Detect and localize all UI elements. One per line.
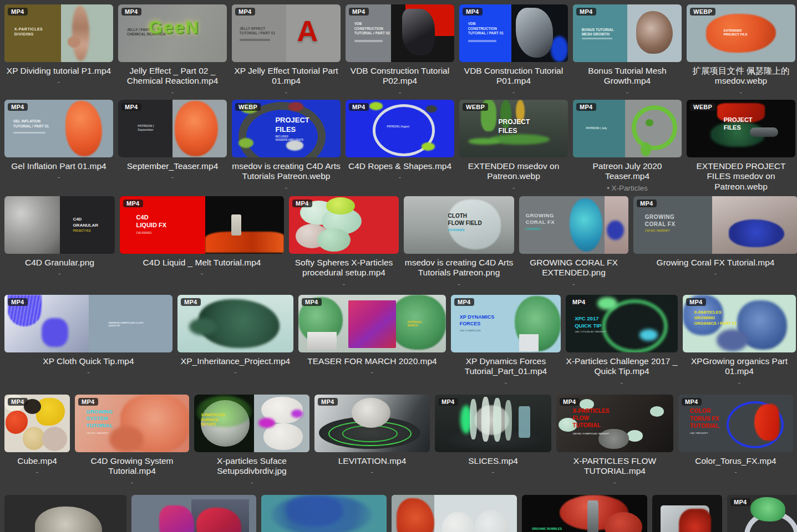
file-name[interactable]: Gel Inflation Part 01.mp4 <box>4 161 113 171</box>
thumb-shape <box>6 411 28 434</box>
file-type-badge: MP4 <box>438 398 458 406</box>
thumbnail[interactable]: EXTENDED <box>131 495 256 532</box>
media-card: X-PARTICLES FLOW TUTORIALC4D R21 / X-PAR… <box>556 395 673 487</box>
thumbnail[interactable]: PATREON | XPARTICLES CLOTH QUICK TIPMP4 <box>4 295 172 352</box>
thumb-text: PATREON | XPARTICLES CLOTH QUICK TIP <box>109 321 143 327</box>
file-name[interactable]: msedov is creating C4D Arts Tutorials Pa… <box>404 258 514 278</box>
file-name[interactable]: XPGrowing organics Part 01.mp4 <box>683 356 796 377</box>
file-name[interactable]: EXTENDED msedov on Patreon.webp <box>459 161 568 182</box>
file-type-badge: WEBP <box>690 103 715 111</box>
file-name[interactable]: X-PARTICLES FLOW TUTORIAL.mp4 <box>556 456 673 477</box>
file-name[interactable]: XP Cloth Quick Tip.mp4 <box>4 356 172 366</box>
thumbnail[interactable]: MP4 <box>314 395 430 452</box>
thumbnail[interactable]: PATREON | AugustMP4 <box>346 100 454 157</box>
thumbnail[interactable]: CLOTH FLOW FIELDEXTENDED <box>404 196 514 254</box>
thumbnail[interactable]: GROWING SYSTEM TUTORIALC4D R21 / REDSHIF… <box>75 395 189 452</box>
file-name[interactable]: EXTENDED PROJECT FILES msedov on Patreon… <box>687 161 795 192</box>
file-type-badge: MP4 <box>637 200 657 207</box>
file-name[interactable]: September_Teaser.mp4 <box>118 161 227 171</box>
file-name[interactable]: msedov is creating C4D Arts Tutorials Pa… <box>232 161 341 182</box>
thumb-shape <box>422 142 435 151</box>
thumbnail[interactable]: GROWING CORAL FXEXTENDED <box>519 196 628 254</box>
media-card <box>4 495 126 532</box>
file-name[interactable]: GROWING CORAL FX EXTENDED.png <box>519 258 628 278</box>
thumbnail[interactable]: BONUS TUTORIAL MESH GROWTHMP4 <box>573 4 682 62</box>
thumbnail[interactable]: VDB CONSTRUCTION TUTORIAL / PART 01MP4 <box>459 4 568 62</box>
thumbnail[interactable]: COLOR TORUS FX TUTORIALC4D / REDSHIFTMP4 <box>678 395 793 452</box>
file-name[interactable]: Bonus Tutorial Mesh Growth.mp4 <box>573 66 682 86</box>
thumbnail[interactable]: X-PARTICLES FLOW TUTORIALC4D R21 / X-PAR… <box>556 395 673 452</box>
thumbnail[interactable]: ORGANIC BUBBLESEXTENDED SETUP <box>522 495 647 532</box>
media-card: MP4Softy Spheres X-Particles procedural … <box>289 196 399 288</box>
thumbnail[interactable]: PATREON | SeptemberMP4 <box>118 100 227 157</box>
file-name[interactable]: VDB Construction Tutorial P02.mp4 <box>346 66 454 86</box>
file-type-badge: MP4 <box>349 103 369 111</box>
file-name[interactable]: XP Dividing tutorial P1.mp4 <box>4 66 113 76</box>
file-name[interactable]: XP_Inheritance_Project.mp4 <box>177 356 293 366</box>
thumbnail[interactable]: PROJECT FILESINCLUDED SHADERS AND LIGHTS… <box>232 100 341 157</box>
file-name[interactable]: Cube.mp4 <box>4 456 70 466</box>
thumb-shape <box>641 142 652 156</box>
thumb-ring <box>632 105 678 150</box>
file-name[interactable]: XP Jelly Effect Tutorial Part 01.mp4 <box>232 66 341 86</box>
file-name[interactable]: C4D Ropes & Shapes.mp4 <box>346 161 454 171</box>
thumbnail[interactable]: X-PARTICLES GROWING ORGANICS / PART 01MP… <box>683 295 796 352</box>
thumbnail[interactable]: PROJECT FILESWEBP <box>459 100 568 157</box>
file-name[interactable]: TEASER FOR MARCH 2020.mp4 <box>298 356 446 366</box>
thumbnail[interactable]: X-PARTICLES DIVIDINGMP4 <box>4 4 113 62</box>
thumbnail[interactable]: MP4 <box>289 196 399 254</box>
file-name[interactable]: SLICES.mp4 <box>435 456 551 466</box>
file-name[interactable]: Patreon July 2020 Teaser.mp4 <box>573 161 682 182</box>
thumbnail[interactable]: X-PARTICLES SURFACE SETUPS <box>194 395 309 452</box>
thumbnail[interactable]: XPC 2017 QUICK TIPC4D / CYCLES 4D / REDS… <box>566 295 678 352</box>
file-type-badge: MP4 <box>454 298 474 306</box>
thumbnail[interactable]: EXTENDED PROJECT FILEWEBP <box>687 4 795 62</box>
thumbnail[interactable]: GROWING CORAL FXC4D R21 / REDSHIFTMP4 <box>633 196 797 254</box>
thumbnail[interactable]: MP4 <box>727 495 797 532</box>
file-name[interactable]: VDB Construction Tutorial P01.mp4 <box>459 66 568 86</box>
file-name[interactable]: 扩展项目文件 佩瑟隆上的 msedov.webp <box>687 66 795 86</box>
file-name[interactable]: Jelly Effect _ Part 02 _ Chemical Reacti… <box>118 66 227 86</box>
thumb-shape <box>474 510 509 532</box>
media-card: BONUS TUTORIAL MESH GROWTHMP4Bonus Tutor… <box>573 4 682 96</box>
file-meta-dash: - <box>4 78 113 86</box>
file-name[interactable]: C4D Liquid _ Melt Tutorial.mp4 <box>120 258 284 268</box>
thumbnail[interactable]: EXTENDED <box>261 495 387 532</box>
thumbnail[interactable]: MP4 <box>4 395 70 452</box>
file-name[interactable]: XP Dynamics Forces Tutorial_Part_01.mp4 <box>451 356 561 377</box>
media-card: X-PARTICLES SURFACE SETUPSX-particles Su… <box>194 395 309 487</box>
thumbnail[interactable]: PROJECT FILESWEBP <box>687 100 795 157</box>
thumbnail[interactable]: PATREON | MARCHMP4 <box>298 295 446 352</box>
file-name[interactable]: LEVITATION.mp4 <box>314 456 430 466</box>
file-name[interactable]: X-particles Suface Setupsdivbrdiv.jpg <box>194 456 309 477</box>
file-name[interactable]: Softy Spheres X-Particles procedural set… <box>289 258 399 278</box>
file-type-badge: MP4 <box>576 8 596 16</box>
thumbnail[interactable] <box>4 495 126 532</box>
thumb-shape <box>35 507 102 532</box>
thumbnail[interactable]: VDB CONSTRUCTION TUTORIAL / PART 02MP4 <box>346 4 454 62</box>
file-type-badge: MP4 <box>560 398 580 406</box>
thumbnail[interactable]: JELLY / PART 02 CHEMICAL REACTIONGeeNMP4 <box>118 4 227 62</box>
file-name[interactable]: X-Particles Challenge 2017 _ Quick Tip.m… <box>566 356 678 377</box>
thumbnail[interactable]: MP4 <box>435 395 551 452</box>
file-tag-x-particles: • X-Particles <box>573 184 682 192</box>
thumbnail[interactable]: EXTENDED <box>392 495 517 532</box>
file-name[interactable]: Growing Coral FX Tutorial.mp4 <box>633 258 797 268</box>
file-name[interactable]: C4D Granular.png <box>4 258 115 268</box>
thumbnail[interactable] <box>652 495 722 532</box>
file-name[interactable]: C4D Growing System Tutorial.mp4 <box>75 456 189 477</box>
thumbnail[interactable]: XP DYNAMICS FORCESC4D / X-PARTICLESMP4 <box>451 295 561 352</box>
thumb-shape <box>354 40 383 42</box>
thumbnail[interactable]: JELLY EFFECT TUTORIAL / PART 01AMP4 <box>232 4 341 62</box>
media-card: MP4SLICES.mp4- <box>435 395 551 487</box>
thumb-text: EXTENDED PROJECT FILE <box>724 29 748 38</box>
thumbnail[interactable]: C4D LIQUID FXC4D R20/R21MP4 <box>120 196 284 254</box>
thumb-shape <box>426 105 437 112</box>
thumbnail[interactable]: PATREON | JulyMP4 <box>573 100 682 157</box>
thumb-text: VDB CONSTRUCTION TUTORIAL / PART 02 <box>354 22 390 35</box>
thumbnail[interactable]: MP4 <box>177 295 293 352</box>
file-name[interactable]: Color_Torus_FX.mp4 <box>678 456 793 466</box>
file-type-badge: MP4 <box>682 398 702 406</box>
thumbnail[interactable]: C4D GRANULARPROJECT FILE <box>4 196 115 254</box>
thumbnail[interactable]: GEL INFLATION TUTORIAL / PART 01MP4 <box>4 100 113 157</box>
